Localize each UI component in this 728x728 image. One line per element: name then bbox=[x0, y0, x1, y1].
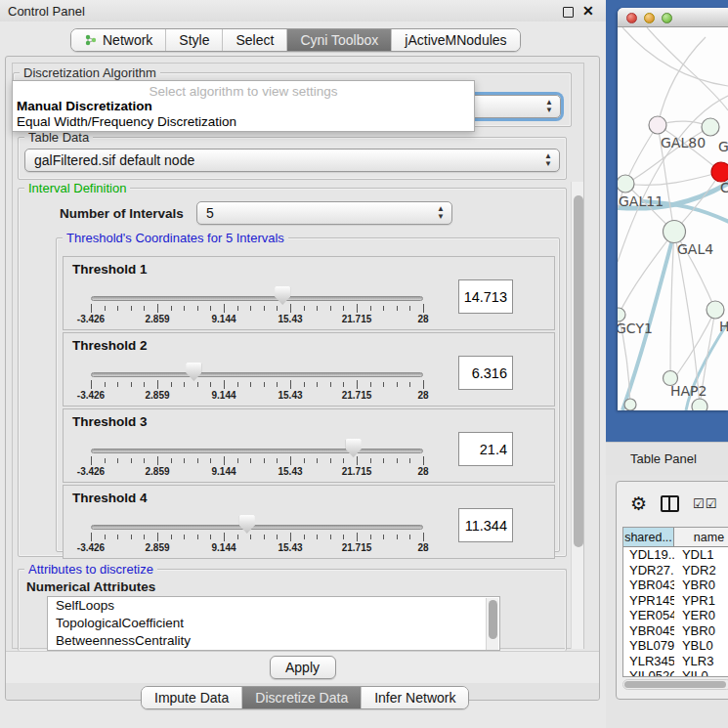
attribute-list-item[interactable]: SelfLoops bbox=[48, 597, 499, 615]
attributes-scrollbar[interactable] bbox=[486, 598, 498, 651]
node-bottom[interactable] bbox=[692, 399, 707, 410]
close-traffic-light-icon[interactable] bbox=[626, 13, 637, 23]
checkboxes-icon[interactable]: ☑☑ bbox=[693, 496, 717, 511]
tick-mark bbox=[304, 382, 305, 387]
network-edge[interactable] bbox=[647, 27, 728, 110]
tab-select[interactable]: Select bbox=[223, 29, 287, 51]
node-h[interactable] bbox=[707, 301, 724, 319]
threshold-value-field[interactable]: 6.316 bbox=[458, 356, 513, 390]
table-row[interactable]: YIL052CYIL0 bbox=[623, 668, 728, 677]
cell-name[interactable]: YIL0 bbox=[674, 668, 728, 677]
network-canvas[interactable]: GAL80GACGAL11GAL4GCY1HHAP2 bbox=[618, 27, 728, 410]
network-edge[interactable] bbox=[625, 172, 721, 185]
gear-icon[interactable]: ⚙ bbox=[630, 494, 647, 513]
scrollbar-thumb[interactable] bbox=[489, 600, 497, 639]
tick-label: 2.859 bbox=[145, 314, 169, 324]
table-row[interactable]: YBR043CYBR0 bbox=[623, 578, 728, 593]
tab-style[interactable]: Style bbox=[166, 29, 223, 51]
network-edge[interactable] bbox=[670, 232, 674, 378]
tab-cyni-toolbox[interactable]: Cyni Toolbox bbox=[287, 29, 392, 51]
tab-impute-data[interactable]: Impute Data bbox=[142, 687, 242, 708]
tab-infer-network[interactable]: Infer Network bbox=[362, 687, 468, 708]
node-gal11[interactable] bbox=[618, 175, 634, 193]
tick-mark bbox=[131, 535, 132, 539]
node-selected-red[interactable] bbox=[711, 162, 728, 182]
main-scrollbar[interactable] bbox=[571, 182, 583, 649]
tab-jactivemnodules[interactable]: jActiveMNodules bbox=[392, 29, 519, 51]
table-row[interactable]: YPR145WYPR1 bbox=[623, 593, 728, 609]
cell-name[interactable]: YER0 bbox=[674, 608, 728, 622]
threshold-value-field[interactable]: 11.344 bbox=[458, 508, 513, 542]
cell-name[interactable]: YDR2 bbox=[674, 563, 728, 578]
threshold-value-field[interactable]: 14.713 bbox=[458, 279, 513, 314]
cell-shared-name[interactable]: YIL052C bbox=[623, 668, 674, 677]
network-edge[interactable] bbox=[658, 37, 706, 125]
tick-mark bbox=[277, 382, 278, 387]
slider-track[interactable] bbox=[91, 296, 423, 301]
table-row[interactable]: YDL19...YDL1 bbox=[623, 547, 728, 563]
cell-name[interactable]: YBR0 bbox=[674, 578, 728, 592]
apply-button[interactable]: Apply bbox=[270, 656, 336, 679]
cell-shared-name[interactable]: YLR345W bbox=[623, 654, 674, 668]
tick-mark bbox=[357, 304, 358, 313]
column-header-name[interactable]: name bbox=[674, 528, 728, 546]
cell-shared-name[interactable]: YER054C bbox=[623, 608, 674, 622]
tick-mark bbox=[117, 382, 118, 387]
network-edge[interactable] bbox=[625, 125, 658, 184]
node-gcy1[interactable] bbox=[618, 308, 625, 321]
cell-shared-name[interactable]: YBL079W bbox=[623, 638, 674, 653]
table-row[interactable]: YBR045CYBR0 bbox=[623, 623, 728, 639]
slider-thumb[interactable] bbox=[239, 515, 255, 534]
slider-thumb[interactable] bbox=[346, 439, 362, 457]
cell-shared-name[interactable]: YPR145W bbox=[623, 593, 674, 608]
cell-shared-name[interactable]: YBR045C bbox=[623, 623, 674, 638]
slider-track[interactable] bbox=[91, 449, 423, 453]
node-bottom-left[interactable] bbox=[624, 399, 636, 410]
cell-name[interactable]: YBR0 bbox=[674, 623, 728, 638]
cell-shared-name[interactable]: YDL19... bbox=[623, 547, 674, 562]
table-horizontal-scrollbar[interactable] bbox=[622, 679, 728, 690]
popup-item-manual-discretization[interactable]: Manual Discretization bbox=[13, 99, 474, 114]
tick-mark bbox=[277, 458, 278, 463]
attribute-list-item[interactable]: BetweennessCentrality bbox=[48, 632, 499, 650]
close-icon[interactable]: ✕ bbox=[582, 3, 594, 19]
table-row[interactable]: YBL079WYBL0 bbox=[623, 638, 728, 654]
cell-name[interactable]: YBL0 bbox=[674, 638, 728, 653]
cell-shared-name[interactable]: YDR27... bbox=[623, 563, 674, 578]
minimize-traffic-light-icon[interactable] bbox=[644, 13, 655, 23]
tick-mark bbox=[317, 306, 318, 311]
column-header-shared-name[interactable]: shared... bbox=[623, 528, 674, 546]
table-row[interactable]: YLR345WYLR3 bbox=[623, 654, 728, 669]
float-window-icon[interactable] bbox=[563, 7, 574, 18]
cell-name[interactable]: YLR3 bbox=[674, 654, 728, 668]
cell-name[interactable]: YDL1 bbox=[674, 547, 728, 562]
node-gal4[interactable] bbox=[664, 221, 686, 243]
table-row[interactable]: YDR27...YDR2 bbox=[623, 563, 728, 578]
tab-network[interactable]: Network bbox=[71, 29, 166, 51]
scrollbar-thumb[interactable] bbox=[624, 681, 726, 688]
attribute-list-item[interactable]: TopologicalCoefficient bbox=[48, 615, 499, 632]
popup-item-equal-width[interactable]: Equal Width/Frequency Discretization bbox=[13, 114, 474, 130]
numerical-attributes-list[interactable]: SelfLoopsTopologicalCoefficientBetweenne… bbox=[47, 596, 500, 651]
threshold-value-field[interactable]: 21.4 bbox=[458, 432, 513, 466]
bottom-tab-bar: Impute Data Discretize Data Infer Networ… bbox=[141, 686, 469, 709]
tick-mark bbox=[423, 380, 424, 389]
slider-thumb[interactable] bbox=[186, 363, 201, 381]
number-of-intervals-combo[interactable]: 5 ▲▼ bbox=[196, 201, 452, 225]
tab-discretize-data[interactable]: Discretize Data bbox=[242, 687, 362, 708]
table-row[interactable]: YER054CYER0 bbox=[623, 608, 728, 623]
columns-icon[interactable] bbox=[661, 495, 679, 512]
node-gal80[interactable] bbox=[649, 116, 666, 134]
scrollbar-thumb[interactable] bbox=[574, 195, 583, 547]
table-data-combo[interactable]: galFiltered.sif default node ▲▼ bbox=[24, 149, 560, 172]
cell-shared-name[interactable]: YBR043C bbox=[623, 578, 674, 592]
cell-name[interactable]: YPR1 bbox=[674, 593, 728, 608]
slider-track[interactable] bbox=[91, 525, 423, 530]
zoom-traffic-light-icon[interactable] bbox=[662, 13, 672, 23]
node-top-right[interactable] bbox=[702, 118, 719, 136]
slider-track[interactable] bbox=[91, 372, 423, 377]
network-edge[interactable] bbox=[619, 232, 674, 315]
slider-thumb[interactable] bbox=[275, 286, 290, 305]
tick-mark bbox=[370, 306, 371, 311]
table-toolbar: ⚙ ☑☑ bbox=[617, 482, 728, 525]
